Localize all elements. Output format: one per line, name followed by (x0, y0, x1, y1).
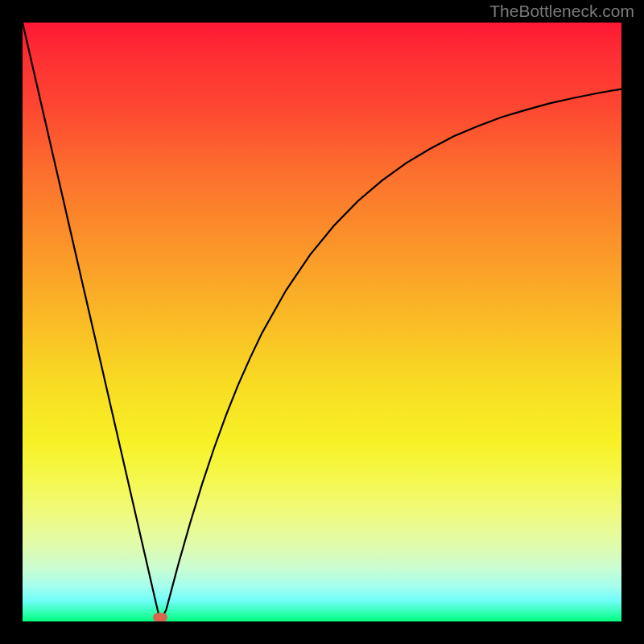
bottleneck-curve (23, 23, 621, 621)
plot-area (23, 23, 621, 621)
optimum-marker (153, 613, 167, 622)
watermark-text: TheBottleneck.com (489, 2, 634, 21)
curve-svg (23, 23, 621, 621)
chart-container: TheBottleneck.com (0, 0, 644, 644)
